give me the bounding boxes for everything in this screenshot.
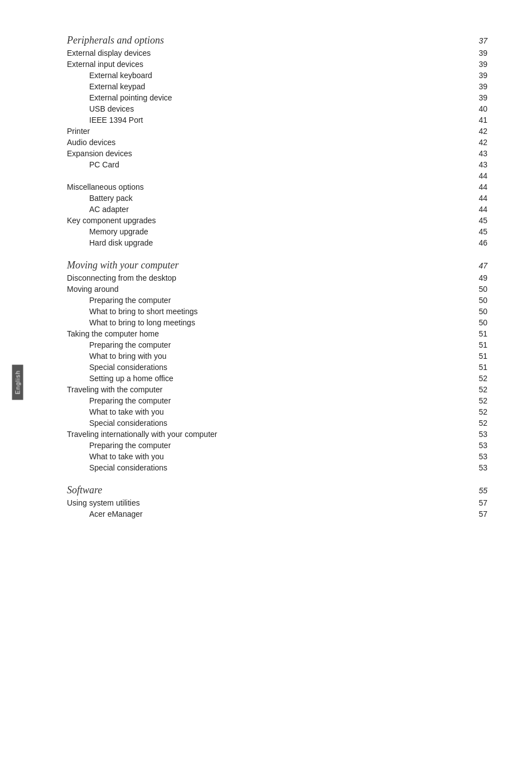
toc-item-text: Taking the computer home: [67, 329, 159, 338]
toc-item-text: Audio devices: [67, 138, 115, 147]
toc-item-text: Preparing the computer: [67, 340, 171, 349]
toc-row: What to bring to short meetings50: [67, 306, 487, 317]
toc-content: Peripherals and options37External displa…: [33, 0, 532, 553]
toc-item-text: Disconnecting from the desktop: [67, 273, 176, 282]
toc-page-num: 43: [478, 149, 487, 158]
toc-item-text: PC Card: [67, 160, 119, 169]
toc-item-text: Using system utilities: [67, 498, 140, 507]
toc-page-num: 52: [478, 385, 487, 394]
toc-item-text: Software: [67, 484, 102, 496]
toc-page-num: 57: [478, 510, 487, 518]
toc-item-text: AC adapter: [67, 205, 129, 214]
toc-row: Special considerations51: [67, 362, 487, 373]
toc-item-text: What to bring with you: [67, 352, 167, 361]
toc-page-num: 55: [478, 486, 487, 495]
toc-row: Battery pack44: [67, 193, 487, 204]
toc-row: Traveling internationally with your comp…: [67, 429, 487, 440]
toc-item-text: Special considerations: [67, 363, 167, 372]
toc-item-text: Traveling internationally with your comp…: [67, 430, 217, 439]
toc-row: Printer42: [67, 126, 487, 137]
toc-row: Traveling with the computer52: [67, 384, 487, 395]
sidebar-language-label: English: [12, 364, 23, 400]
toc-row: Taking the computer home51: [67, 328, 487, 339]
toc-item-text: Peripherals and options: [67, 35, 164, 46]
toc-item-text: External display devices: [67, 49, 151, 57]
toc-page-num: 40: [478, 104, 487, 113]
toc-page-num: 39: [478, 60, 487, 69]
toc-page-num: 39: [478, 49, 487, 57]
toc-item-text: Key component upgrades: [67, 216, 156, 225]
toc-page-num: 45: [478, 216, 487, 225]
toc-blank-row: 44: [67, 170, 487, 181]
toc-row: PC Card43: [67, 159, 487, 170]
toc-item-text: External keypad: [67, 82, 145, 91]
toc-page-num: 53: [478, 463, 487, 472]
toc-page-num: 45: [478, 227, 487, 236]
toc-page-num: 51: [478, 352, 487, 361]
toc-page-num: 43: [478, 160, 487, 169]
toc-item-text: Preparing the computer: [67, 396, 171, 405]
toc-row: Setting up a home office52: [67, 373, 487, 384]
toc-row: IEEE 1394 Port41: [67, 114, 487, 126]
toc-row: What to take with you52: [67, 406, 487, 417]
toc-item-text: Battery pack: [67, 194, 133, 203]
toc-row: External keypad39: [67, 81, 487, 92]
toc-item-text: External input devices: [67, 60, 143, 69]
toc-item-text: Acer eManager: [67, 510, 143, 518]
toc-row: What to take with you53: [67, 451, 487, 462]
toc-page-num: 46: [478, 238, 487, 247]
toc-row: Audio devices42: [67, 137, 487, 148]
toc-page-num: 47: [478, 261, 487, 270]
toc-item-text: IEEE 1394 Port: [67, 116, 143, 124]
toc-item-text: Special considerations: [67, 419, 167, 427]
toc-page-num: 52: [478, 374, 487, 383]
toc-row: External pointing device39: [67, 92, 487, 103]
toc-page-num: 53: [478, 441, 487, 450]
toc-page-num: 53: [478, 430, 487, 439]
toc-item-text: Expansion devices: [67, 149, 132, 158]
toc-row: Expansion devices43: [67, 148, 487, 159]
toc-page-num: 41: [478, 116, 487, 124]
toc-page-num: 44: [478, 205, 487, 214]
toc-page-num: 50: [478, 307, 487, 316]
toc-row: Miscellaneous options44: [67, 181, 487, 193]
toc-page-num: 39: [478, 82, 487, 91]
toc-page-num: 39: [478, 71, 487, 80]
toc-page-num: 49: [478, 273, 487, 282]
toc-item-text: Setting up a home office: [67, 374, 173, 383]
toc-page-num: 51: [478, 340, 487, 349]
toc-item-text: Memory upgrade: [67, 227, 148, 236]
toc-page-num: 53: [478, 452, 487, 461]
toc-page-num: 50: [478, 285, 487, 294]
toc-item-text: Moving with your computer: [67, 260, 178, 271]
toc-row: Preparing the computer52: [67, 395, 487, 406]
toc-row: Moving around50: [67, 284, 487, 295]
toc-row: Preparing the computer53: [67, 440, 487, 451]
toc-row: Using system utilities57: [67, 497, 487, 508]
toc-row: Hard disk upgrade46: [67, 237, 487, 248]
toc-row: USB devices40: [67, 103, 487, 114]
toc-item-text: What to take with you: [67, 407, 164, 416]
toc-row: Special considerations52: [67, 417, 487, 429]
toc-item-text: Preparing the computer: [67, 441, 171, 450]
toc-page-num: 51: [478, 329, 487, 338]
toc-item-text: Traveling with the computer: [67, 385, 162, 394]
toc-row: Preparing the computer51: [67, 339, 487, 350]
toc-item-text: Preparing the computer: [67, 296, 171, 305]
toc-item-text: What to take with you: [67, 452, 164, 461]
toc-page-num: 42: [478, 127, 487, 136]
toc-item-text: External keyboard: [67, 71, 152, 80]
toc-item-text: Printer: [67, 127, 90, 136]
toc-row: Disconnecting from the desktop49: [67, 272, 487, 284]
toc-row: External display devices39: [67, 47, 487, 59]
toc-item-text: Miscellaneous options: [67, 182, 144, 191]
toc-row: AC adapter44: [67, 204, 487, 215]
toc-page-num: 57: [478, 498, 487, 507]
toc-page-num: 44: [478, 182, 487, 191]
toc-row: Special considerations53: [67, 462, 487, 473]
toc-row: External input devices39: [67, 59, 487, 70]
toc-gap: [67, 473, 487, 483]
toc-page-num: 52: [478, 396, 487, 405]
toc-row: Memory upgrade45: [67, 226, 487, 237]
toc-item-text: What to bring to short meetings: [67, 307, 198, 316]
